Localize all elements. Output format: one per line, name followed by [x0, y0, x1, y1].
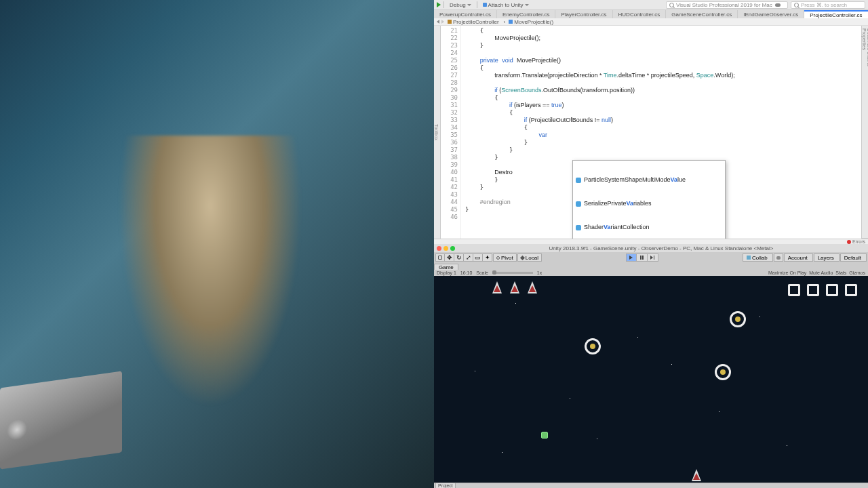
layers-dropdown[interactable]: Layers [814, 253, 840, 262]
vs-toolbar: Debug Attach to Unity Visual Studio Prof… [434, 0, 868, 10]
enemy-sprite [730, 311, 746, 327]
account-dropdown[interactable]: Account [784, 253, 813, 262]
chevron-down-icon [467, 4, 471, 6]
minimize-icon[interactable] [443, 246, 448, 251]
editor-tab-active[interactable]: ProjectileController.cs [804, 10, 868, 18]
services-button[interactable] [774, 253, 783, 262]
step-icon [650, 256, 654, 260]
hud-life-icon [490, 281, 505, 296]
game-tab[interactable]: Game [434, 264, 458, 270]
left-panel-tab[interactable]: Toolbox [434, 26, 441, 239]
play-icon [629, 256, 633, 260]
class-icon [448, 20, 452, 24]
config-dropdown[interactable]: Debug [447, 2, 474, 8]
type-icon [576, 201, 581, 207]
scale-tool-button[interactable]: ⤢ [464, 253, 473, 262]
aspect-dropdown[interactable]: 16:10 [460, 270, 473, 275]
pivot-icon [496, 256, 500, 260]
layout-dropdown[interactable]: Default [840, 253, 867, 262]
transform-tool-button[interactable]: ✦ [483, 253, 492, 262]
local-icon [520, 255, 525, 260]
move-tool-button[interactable]: ✥ [445, 253, 454, 262]
global-search-input[interactable]: Press ⌘. to search [791, 1, 865, 9]
line-number-gutter: 21 22 23 24 25 26 27 28 29 30 31 32 33 3… [441, 26, 461, 239]
chevron-down-icon [525, 4, 529, 6]
pause-icon [640, 256, 644, 260]
search-icon [669, 3, 674, 7]
right-panel-rail: Properties Document Outline Unit Tests [861, 26, 868, 239]
ide-title-search[interactable]: Visual Studio Professional 2019 for Mac [666, 1, 788, 9]
rect-tool-button[interactable]: ▭ [473, 253, 483, 262]
attach-target-dropdown[interactable]: Attach to Unity [480, 2, 532, 8]
collab-icon [747, 256, 751, 260]
maximize-icon[interactable] [450, 246, 455, 251]
code-editor[interactable]: { MoveProjectile(); } private void MoveP… [461, 26, 861, 239]
step-button[interactable] [648, 253, 658, 262]
breadcrumb-class[interactable]: ProjectileController [446, 19, 502, 25]
hand-icon [438, 256, 442, 260]
unity-window: Unity 2018.3.9f1 - GameScene.unity - Obs… [434, 244, 868, 488]
play-controls [626, 253, 658, 262]
intellisense-item[interactable]: SerializePrivateVariables [573, 199, 725, 208]
player-sprite [541, 432, 548, 439]
enemy-sprite [585, 338, 601, 354]
bug-icon [483, 3, 487, 7]
errors-label[interactable]: Errors [852, 239, 865, 244]
maximize-on-play-toggle[interactable]: Maximize On Play [768, 270, 806, 275]
mute-audio-toggle[interactable]: Mute Audio [809, 270, 833, 275]
game-view-controls: Display 1 16:10 Scale 1x Maximize On Pla… [434, 270, 868, 276]
hud-box-icon [826, 284, 838, 296]
local-toggle[interactable]: Local [517, 253, 542, 262]
editor-tabs: PowerupController.cs EnemyController.cs … [434, 10, 868, 18]
cloud-icon [776, 256, 781, 260]
hud-life-icon [525, 281, 540, 296]
editor-tab[interactable]: HUDController.cs [613, 10, 667, 18]
intellisense-item[interactable]: ParticleSystemShapeMultiModeValue [573, 176, 725, 184]
rotate-tool-button[interactable]: ↻ [454, 253, 464, 262]
search-icon [794, 3, 799, 7]
editor-tab[interactable]: PlayerController.cs [555, 10, 612, 18]
hud-life-icon [507, 281, 522, 296]
scale-slider[interactable] [492, 272, 533, 274]
transform-tools: ✥ ↻ ⤢ ▭ ✦ [435, 253, 492, 262]
type-icon [576, 225, 581, 230]
play-button[interactable] [626, 253, 637, 262]
unity-bottom-panel-bar: Project [434, 483, 868, 488]
pause-button[interactable] [637, 253, 648, 262]
enemy-sprite [715, 364, 731, 380]
scale-label: Scale [476, 270, 488, 275]
intellisense-item[interactable]: ShaderVariantCollection [573, 223, 725, 232]
hud-box-icon [807, 284, 819, 296]
close-icon[interactable] [437, 246, 441, 251]
nav-back-icon[interactable] [437, 20, 439, 24]
nav-forward-icon[interactable] [441, 20, 444, 24]
ide-title-text: Visual Studio Professional 2019 for Mac [676, 2, 772, 8]
display-dropdown[interactable]: Display 1 [437, 270, 456, 275]
scale-value: 1x [537, 270, 542, 275]
editor-tab[interactable]: GameSceneController.cs [666, 10, 738, 18]
breadcrumb-member[interactable]: MoveProjectile() [507, 19, 555, 25]
editor-tab[interactable]: EnemyController.cs [497, 10, 555, 18]
promo-photo [0, 0, 434, 488]
unity-window-title: Unity 2018.3.9f1 - GameScene.unity - Obs… [457, 245, 865, 251]
unity-view-tabs: Game [434, 263, 868, 270]
hand-tool-button[interactable] [435, 253, 445, 262]
breadcrumb: ProjectileController › MoveProjectile() [434, 18, 868, 26]
visual-studio-window: Debug Attach to Unity Visual Studio Prof… [434, 0, 868, 244]
editor-tab[interactable]: IEndGameObserver.cs [738, 10, 804, 18]
editor-tab[interactable]: PowerupController.cs [434, 10, 497, 18]
run-icon[interactable] [437, 2, 441, 7]
hud-box-icon [845, 284, 857, 296]
pivot-toggle[interactable]: Pivot [493, 253, 517, 262]
cloud-icon [775, 3, 781, 7]
gizmos-toggle[interactable]: Gizmos [849, 270, 865, 275]
vs-statusbar: Errors [434, 239, 868, 244]
error-icon[interactable] [847, 240, 851, 244]
stats-toggle[interactable]: Stats [835, 270, 846, 275]
panel-tab-properties[interactable]: Properties [862, 26, 867, 239]
unity-titlebar: Unity 2018.3.9f1 - GameScene.unity - Obs… [434, 244, 868, 252]
method-icon [509, 20, 513, 24]
project-tab[interactable]: Project [435, 483, 456, 488]
collab-dropdown[interactable]: Collab [743, 253, 773, 262]
type-icon [576, 178, 581, 183]
